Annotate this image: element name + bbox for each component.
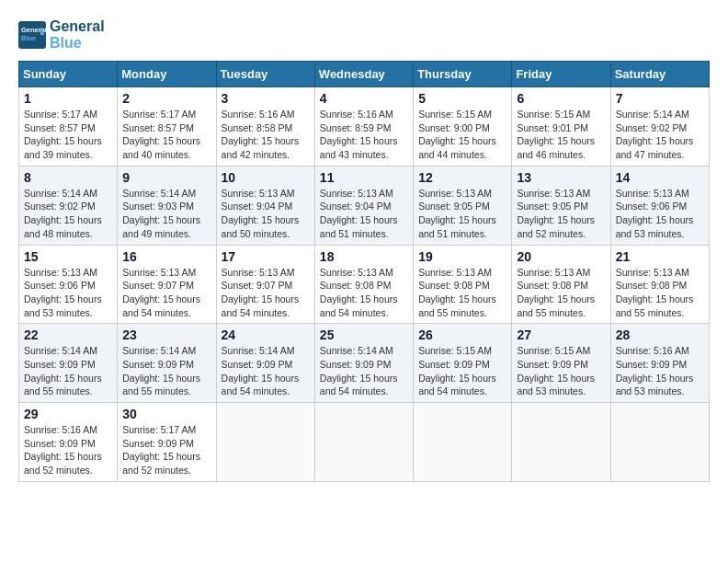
col-monday: Monday: [118, 62, 216, 87]
calendar-cell: 29 Sunrise: 5:16 AMSunset: 9:09 PMDaylig…: [19, 403, 118, 482]
day-number: 30: [122, 407, 210, 421]
day-info: Sunrise: 5:13 AMSunset: 9:07 PMDaylight:…: [222, 266, 310, 320]
calendar-cell: [512, 403, 610, 482]
day-number: 24: [222, 327, 310, 342]
day-info: Sunrise: 5:15 AMSunset: 9:00 PMDaylight:…: [418, 108, 506, 162]
day-info: Sunrise: 5:14 AMSunset: 9:09 PMDaylight:…: [320, 344, 408, 398]
day-number: 1: [24, 91, 112, 106]
day-info: Sunrise: 5:15 AMSunset: 9:09 PMDaylight:…: [418, 344, 506, 398]
col-friday: Friday: [512, 62, 610, 87]
page-header: General Blue General Blue: [18, 18, 710, 52]
day-info: Sunrise: 5:13 AMSunset: 9:08 PMDaylight:…: [517, 266, 605, 320]
day-info: Sunrise: 5:13 AMSunset: 9:08 PMDaylight:…: [418, 266, 506, 320]
day-info: Sunrise: 5:17 AMSunset: 9:09 PMDaylight:…: [122, 423, 210, 477]
day-number: 16: [122, 249, 210, 264]
calendar-cell: 7 Sunrise: 5:14 AMSunset: 9:02 PMDayligh…: [610, 87, 709, 167]
logo-general: General: [50, 18, 105, 35]
calendar-table: Sunday Monday Tuesday Wednesday Thursday…: [18, 61, 710, 482]
day-number: 13: [517, 170, 605, 185]
calendar-cell: 5 Sunrise: 5:15 AMSunset: 9:00 PMDayligh…: [414, 87, 512, 167]
day-info: Sunrise: 5:13 AMSunset: 9:06 PMDaylight:…: [24, 266, 112, 320]
calendar-cell: 2 Sunrise: 5:17 AMSunset: 8:57 PMDayligh…: [118, 87, 216, 167]
day-number: 11: [320, 170, 408, 185]
col-thursday: Thursday: [414, 62, 512, 87]
day-number: 2: [122, 91, 210, 106]
day-info: Sunrise: 5:17 AMSunset: 8:57 PMDaylight:…: [24, 108, 112, 162]
calendar-cell: 3 Sunrise: 5:16 AMSunset: 8:58 PMDayligh…: [216, 87, 314, 167]
calendar-cell: 13 Sunrise: 5:13 AMSunset: 9:05 PMDaylig…: [512, 166, 610, 245]
day-number: 15: [24, 249, 112, 264]
day-number: 22: [24, 327, 112, 342]
day-info: Sunrise: 5:16 AMSunset: 9:09 PMDaylight:…: [24, 423, 112, 477]
calendar-cell: 24 Sunrise: 5:14 AMSunset: 9:09 PMDaylig…: [216, 324, 314, 403]
day-info: Sunrise: 5:14 AMSunset: 9:02 PMDaylight:…: [24, 187, 112, 241]
day-info: Sunrise: 5:16 AMSunset: 9:09 PMDaylight:…: [616, 344, 704, 398]
calendar-cell: 15 Sunrise: 5:13 AMSunset: 9:06 PMDaylig…: [19, 245, 118, 324]
day-number: 17: [222, 249, 310, 264]
day-info: Sunrise: 5:13 AMSunset: 9:05 PMDaylight:…: [418, 187, 506, 241]
col-sunday: Sunday: [19, 62, 118, 87]
day-number: 18: [320, 249, 408, 264]
calendar-cell: 22 Sunrise: 5:14 AMSunset: 9:09 PMDaylig…: [19, 324, 118, 403]
calendar-cell: 28 Sunrise: 5:16 AMSunset: 9:09 PMDaylig…: [610, 324, 709, 403]
calendar-cell: 30 Sunrise: 5:17 AMSunset: 9:09 PMDaylig…: [118, 403, 216, 482]
day-number: 4: [320, 91, 408, 106]
calendar-cell: 27 Sunrise: 5:15 AMSunset: 9:09 PMDaylig…: [512, 324, 610, 403]
day-number: 3: [222, 91, 310, 106]
calendar-cell: 14 Sunrise: 5:13 AMSunset: 9:06 PMDaylig…: [610, 166, 709, 245]
day-number: 8: [24, 170, 112, 185]
day-info: Sunrise: 5:14 AMSunset: 9:03 PMDaylight:…: [122, 187, 210, 241]
calendar-cell: 20 Sunrise: 5:13 AMSunset: 9:08 PMDaylig…: [512, 245, 610, 324]
day-info: Sunrise: 5:13 AMSunset: 9:06 PMDaylight:…: [616, 187, 704, 241]
day-info: Sunrise: 5:14 AMSunset: 9:02 PMDaylight:…: [616, 108, 704, 162]
day-info: Sunrise: 5:15 AMSunset: 9:09 PMDaylight:…: [517, 344, 605, 398]
calendar-cell: 9 Sunrise: 5:14 AMSunset: 9:03 PMDayligh…: [118, 166, 216, 245]
calendar-cell: 12 Sunrise: 5:13 AMSunset: 9:05 PMDaylig…: [414, 166, 512, 245]
svg-text:Blue: Blue: [21, 34, 36, 42]
day-number: 28: [616, 327, 704, 342]
day-info: Sunrise: 5:13 AMSunset: 9:08 PMDaylight:…: [320, 266, 408, 320]
day-number: 20: [517, 249, 605, 264]
calendar-cell: 21 Sunrise: 5:13 AMSunset: 9:08 PMDaylig…: [610, 245, 709, 324]
day-number: 25: [320, 327, 408, 342]
calendar-cell: 23 Sunrise: 5:14 AMSunset: 9:09 PMDaylig…: [118, 324, 216, 403]
day-number: 29: [24, 407, 112, 421]
calendar-cell: [314, 403, 413, 482]
calendar-cell: 25 Sunrise: 5:14 AMSunset: 9:09 PMDaylig…: [314, 324, 413, 403]
calendar-cell: 6 Sunrise: 5:15 AMSunset: 9:01 PMDayligh…: [512, 87, 610, 167]
calendar-cell: 8 Sunrise: 5:14 AMSunset: 9:02 PMDayligh…: [19, 166, 118, 245]
day-info: Sunrise: 5:14 AMSunset: 9:09 PMDaylight:…: [222, 344, 310, 398]
calendar-cell: 11 Sunrise: 5:13 AMSunset: 9:04 PMDaylig…: [314, 166, 413, 245]
day-number: 10: [222, 170, 310, 185]
col-saturday: Saturday: [610, 62, 709, 87]
calendar-cell: [414, 403, 512, 482]
day-number: 26: [418, 327, 506, 342]
day-info: Sunrise: 5:13 AMSunset: 9:04 PMDaylight:…: [222, 187, 310, 241]
logo-blue: Blue: [50, 35, 105, 52]
calendar-cell: 10 Sunrise: 5:13 AMSunset: 9:04 PMDaylig…: [216, 166, 314, 245]
calendar-cell: 26 Sunrise: 5:15 AMSunset: 9:09 PMDaylig…: [414, 324, 512, 403]
day-info: Sunrise: 5:14 AMSunset: 9:09 PMDaylight:…: [122, 344, 210, 398]
day-number: 6: [517, 91, 605, 106]
day-info: Sunrise: 5:13 AMSunset: 9:07 PMDaylight:…: [122, 266, 210, 320]
day-info: Sunrise: 5:13 AMSunset: 9:05 PMDaylight:…: [517, 187, 605, 241]
col-wednesday: Wednesday: [314, 62, 413, 87]
day-number: 9: [122, 170, 210, 185]
calendar-cell: [610, 403, 709, 482]
day-number: 7: [616, 91, 704, 106]
day-number: 21: [616, 249, 704, 264]
day-info: Sunrise: 5:17 AMSunset: 8:57 PMDaylight:…: [122, 108, 210, 162]
day-info: Sunrise: 5:13 AMSunset: 9:08 PMDaylight:…: [616, 266, 704, 320]
day-number: 23: [122, 327, 210, 342]
calendar-cell: 17 Sunrise: 5:13 AMSunset: 9:07 PMDaylig…: [216, 245, 314, 324]
calendar-cell: 19 Sunrise: 5:13 AMSunset: 9:08 PMDaylig…: [414, 245, 512, 324]
day-info: Sunrise: 5:14 AMSunset: 9:09 PMDaylight:…: [24, 344, 112, 398]
calendar-cell: 4 Sunrise: 5:16 AMSunset: 8:59 PMDayligh…: [314, 87, 413, 167]
day-info: Sunrise: 5:15 AMSunset: 9:01 PMDaylight:…: [517, 108, 605, 162]
calendar-cell: [216, 403, 314, 482]
day-number: 19: [418, 249, 506, 264]
logo: General Blue General Blue: [18, 18, 105, 52]
day-info: Sunrise: 5:13 AMSunset: 9:04 PMDaylight:…: [320, 187, 408, 241]
calendar-cell: 16 Sunrise: 5:13 AMSunset: 9:07 PMDaylig…: [118, 245, 216, 324]
day-number: 12: [418, 170, 506, 185]
